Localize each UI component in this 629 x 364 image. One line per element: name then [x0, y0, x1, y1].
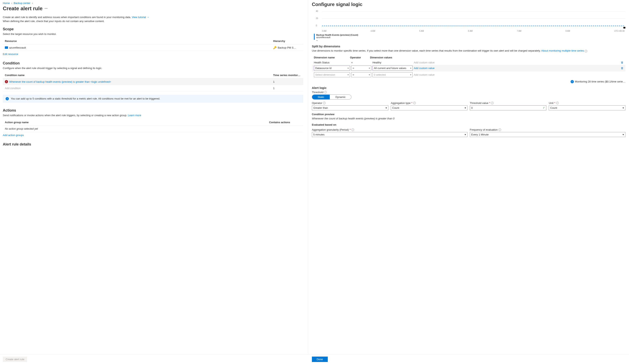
info-icon[interactable]: i [491, 102, 493, 104]
chart-legend: Backup Health Events (preview) (Count) a… [314, 34, 626, 41]
add-action-groups-link[interactable]: Add action groups [3, 134, 24, 137]
add-condition-row[interactable]: Add condition 1 [3, 85, 303, 92]
dim-col-values: Dimension values [370, 56, 410, 59]
chevron-down-icon: ▾ [623, 106, 624, 109]
scope-heading: Scope [3, 27, 303, 31]
col-resource-header: Resource [5, 39, 273, 43]
info-icon[interactable]: i [413, 102, 416, 104]
chevron-right-icon: › [11, 1, 12, 4]
edit-resource-link[interactable]: Edit resource [3, 53, 18, 56]
col-timeseries-header: Time series monitor… [273, 74, 301, 77]
breadcrumb: Home › Backup center › [3, 1, 303, 4]
info-icon[interactable]: i [351, 128, 354, 131]
delete-dimension-icon[interactable]: 🗑 [619, 61, 623, 64]
split-dimensions-desc: Use dimensions to monitor specific time … [312, 49, 626, 52]
col-hierarchy-header: Hierarchy [273, 39, 301, 43]
col-condition-name-header: Condition name [5, 74, 273, 77]
done-button[interactable]: Done [312, 357, 328, 362]
create-alert-rule-button: Create alert rule [3, 357, 27, 362]
threshold-dynamic-option[interactable]: Dynamic [330, 95, 351, 99]
alert-logic-heading: Alert logic [312, 86, 626, 90]
legend-value: -- [316, 39, 358, 41]
actions-desc: Send notifications or invoke actions whe… [3, 114, 303, 117]
add-custom-value[interactable]: Add custom value [414, 73, 618, 76]
operator-label: Operator i [312, 102, 389, 105]
col-contains-actions-header: Contains actions [269, 121, 301, 124]
condition-preview-label: Condition preview [312, 113, 626, 116]
chevron-right-icon: › [32, 1, 33, 4]
resource-name: azurefilesvault [9, 46, 26, 49]
info-icon[interactable]: i [324, 91, 327, 94]
chevron-down-icon: ▾ [465, 133, 466, 136]
condition-desc: Configure when the alert rule should tri… [3, 67, 303, 70]
info-icon[interactable]: i [498, 128, 501, 131]
split-dimensions-heading: Split by dimensions [312, 45, 626, 48]
frequency-select[interactable]: Every 1 Minute▾ [470, 132, 626, 137]
chevron-down-icon: ▾ [386, 106, 387, 109]
configure-signal-title: Configure signal logic [312, 1, 626, 7]
add-custom-value-link[interactable]: Add custom value [414, 67, 435, 70]
chevron-down-icon: ▾ [369, 67, 370, 69]
dimension-name-select[interactable]: Datasource Id▾ [314, 66, 350, 71]
threshold-value-input[interactable]: 0✓ [470, 105, 547, 110]
threshold-static-option[interactable]: Static [312, 95, 330, 99]
error-icon: ! [5, 80, 8, 83]
condition-preview-text: Whenever the count of backup health even… [312, 117, 626, 120]
info-icon[interactable]: i [323, 102, 325, 104]
threshold-value-label: Threshold value * i [470, 102, 547, 105]
delete-dimension-icon[interactable]: 🗑 [619, 67, 623, 70]
add-custom-value[interactable]: Add custom value [414, 61, 618, 64]
aggregation-granularity-select[interactable]: 5 minutes▾ [312, 132, 468, 137]
condition-info-banner: i You can add up to 5 conditions with a … [3, 95, 303, 103]
dimension-value-select[interactable]: 0 selected▾ [372, 72, 413, 77]
more-menu-icon[interactable]: ··· [45, 6, 48, 11]
check-icon: ✓ [543, 106, 545, 109]
actions-learn-more-link[interactable]: Learn more [128, 114, 141, 117]
condition-row[interactable]: ! Whenever the count of backup health ev… [3, 78, 303, 85]
aggregation-type-select[interactable]: Count▾ [391, 105, 468, 110]
dimension-operator: = [351, 61, 371, 64]
operator-select[interactable]: Greater than▾ [312, 105, 389, 110]
about-monitoring-link[interactable]: About monitoring multiple time series [541, 49, 584, 52]
dimension-row-new: Select dimension▾ =▾ 0 selected▾ Add cus… [312, 71, 626, 78]
condition-link[interactable]: Whenever the count of backup health even… [9, 80, 111, 83]
chevron-down-icon: ▾ [410, 74, 411, 76]
frequency-label: Frequency of evaluation i [470, 128, 626, 131]
legend-subtitle: azurefilesvault [316, 36, 358, 38]
chevron-down-icon: ▾ [465, 106, 466, 109]
condition-heading: Condition [3, 61, 303, 65]
dim-col-name: Dimension name [314, 56, 350, 59]
signal-chart: 40 20 0 3 AM 4 AM 5 AM 6 AM 7 AM 8 AM UT… [312, 10, 626, 32]
no-action-group-text: No action group selected yet [5, 127, 301, 130]
dimension-name-select[interactable]: Select dimension▾ [314, 72, 350, 77]
breadcrumb-home[interactable]: Home [3, 1, 10, 4]
unit-label: Unit * i [549, 102, 626, 105]
view-tutorial-link[interactable]: View tutorial → [132, 16, 149, 19]
info-icon: i [571, 80, 574, 83]
chevron-down-icon: ▾ [623, 133, 624, 136]
info-icon[interactable]: i [556, 102, 559, 104]
legend-color-icon [314, 34, 315, 40]
add-condition-text: Add condition [5, 87, 273, 90]
dim-col-operator: Operator [350, 56, 370, 59]
condition-ts: 1 [273, 80, 301, 83]
dimension-value: Healthy [372, 61, 413, 64]
chevron-down-icon: ▾ [410, 67, 411, 69]
dimension-name: Health Status [314, 61, 350, 64]
unit-select[interactable]: Count▾ [549, 105, 626, 110]
add-condition-ts: 1 [273, 87, 301, 90]
threshold-toggle[interactable]: Static Dynamic [312, 95, 351, 100]
info-icon[interactable]: i [585, 50, 587, 52]
chevron-down-icon: ▾ [348, 67, 349, 69]
dimension-row-datasource-id: Datasource Id▾ =▾ All current and future… [312, 65, 626, 71]
breadcrumb-backup-center[interactable]: Backup center [14, 1, 30, 4]
dimension-value-select[interactable]: All current and future values▾ [372, 66, 413, 71]
dimension-operator-select[interactable]: =▾ [351, 66, 371, 71]
intro-text: Create an alert rule to identify and add… [3, 15, 303, 23]
actions-heading: Actions [3, 108, 303, 113]
alert-rule-details-heading: Alert rule details [3, 142, 303, 146]
vault-icon [5, 46, 8, 49]
dimension-operator-select[interactable]: =▾ [351, 72, 371, 77]
dimension-row-health-status: Health Status = Healthy Add custom value… [312, 60, 626, 65]
chevron-down-icon: ▾ [369, 74, 370, 76]
